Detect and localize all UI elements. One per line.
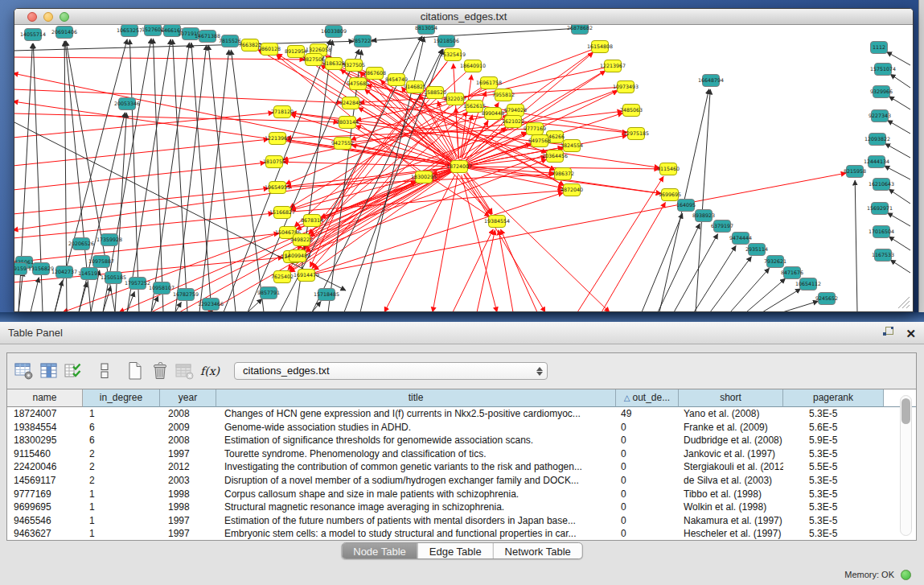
table-cell[interactable]: Jankovic et al. (1997) — [679, 447, 783, 461]
table-cell[interactable]: 1 — [83, 514, 160, 528]
table-cell[interactable]: 5.3E-5 — [783, 447, 884, 461]
table-cell[interactable]: Disruption of a novel member of a sodium… — [216, 474, 616, 488]
column-header-title[interactable]: title — [216, 389, 616, 407]
column-header-short[interactable]: short — [679, 389, 783, 407]
table-cell[interactable]: 5.3E-5 — [783, 488, 884, 501]
table-row[interactable]: 911546021997Tourette syndrome. Phenomeno… — [7, 447, 916, 461]
tab-node-table[interactable]: Node Table — [342, 543, 417, 558]
table-row[interactable]: 2242004622012Investigating the contribut… — [7, 460, 916, 474]
column-header-name[interactable]: name — [7, 389, 83, 407]
table-cell[interactable]: 2008 — [160, 434, 216, 447]
new-table-icon[interactable] — [125, 360, 146, 381]
network-canvas[interactable]: 1405571420691406106532571527602646616010… — [14, 25, 913, 311]
table-cell[interactable]: 1 — [83, 407, 160, 421]
table-cell[interactable]: 5.3E-5 — [783, 501, 884, 514]
table-row[interactable]: 977716911998Corpus callosum shape and si… — [7, 488, 916, 501]
table-cell[interactable]: 9115460 — [7, 447, 83, 461]
table-cell[interactable]: 5.3E-5 — [783, 527, 884, 540]
column-header-pagerank[interactable]: pagerank — [783, 389, 884, 407]
table-body[interactable]: 1872400712008Changes of HCN gene express… — [7, 407, 916, 540]
table-row[interactable]: 946554611997Estimation of the future num… — [7, 514, 916, 528]
tab-edge-table[interactable]: Edge Table — [417, 543, 493, 558]
table-cell[interactable]: 18724007 — [7, 407, 83, 421]
new-column-icon[interactable] — [14, 360, 35, 381]
table-row[interactable]: 1938455462009Genome-wide association stu… — [7, 421, 916, 435]
show-hide-column-icon[interactable] — [39, 360, 60, 381]
column-header-in_degree[interactable]: in_degree — [83, 389, 160, 407]
table-cell[interactable]: 0 — [616, 488, 679, 501]
table-cell[interactable]: 2008 — [160, 407, 216, 421]
close-panel-icon[interactable]: ✕ — [906, 328, 916, 340]
table-cell[interactable]: Stergiakouli et al. (2012) — [679, 460, 783, 474]
table-cell[interactable]: 9777169 — [7, 488, 83, 501]
table-cell[interactable]: 5.3E-5 — [783, 474, 884, 488]
table-cell[interactable]: 0 — [616, 527, 679, 540]
table-cell[interactable]: Tourette syndrome. Phenomenology and cla… — [216, 447, 616, 461]
table-cell[interactable]: 22420046 — [7, 460, 83, 474]
table-cell[interactable]: 0 — [616, 501, 679, 514]
table-row[interactable]: 1830029562008Estimation of significance … — [7, 434, 916, 447]
column-header-out_de[interactable]: △out_de... — [616, 389, 679, 407]
table-cell[interactable]: Franke et al. (2009) — [679, 421, 783, 435]
table-selector-dropdown[interactable]: citations_edges.txt — [234, 362, 548, 380]
table-cell[interactable]: 1997 — [160, 514, 216, 528]
table-cell[interactable]: 5.3E-5 — [783, 514, 884, 528]
table-cell[interactable]: Estimation of significance thresholds fo… — [216, 434, 616, 447]
table-cell[interactable]: 2 — [83, 460, 160, 474]
table-cell[interactable]: 0 — [616, 474, 679, 488]
table-cell[interactable]: 1 — [83, 501, 160, 514]
table-cell[interactable]: Structural magnetic resonance image aver… — [216, 501, 616, 514]
table-cell[interactable]: 18300295 — [7, 434, 83, 447]
table-cell[interactable]: 0 — [616, 434, 679, 447]
table-cell[interactable]: 1997 — [160, 527, 216, 540]
canvas-resize-handle[interactable] — [895, 294, 911, 310]
table-cell[interactable]: Corpus callosum shape and size in male p… — [216, 488, 616, 501]
table-row[interactable]: 969969511998Structural magnetic resonanc… — [7, 501, 916, 514]
table-cell[interactable]: 1 — [83, 488, 160, 501]
table-cell[interactable]: 2012 — [160, 460, 216, 474]
edit-table-values-icon[interactable] — [64, 360, 84, 381]
table-cell[interactable]: 2 — [83, 474, 160, 488]
tab-network-table[interactable]: Network Table — [493, 543, 582, 558]
column-header-year[interactable]: year — [160, 389, 216, 407]
table-cell[interactable]: 2 — [83, 447, 160, 461]
table-cell[interactable]: 14569117 — [7, 474, 83, 488]
table-cell[interactable]: 2009 — [160, 421, 216, 435]
table-row[interactable]: 1872400712008Changes of HCN gene express… — [7, 407, 916, 421]
table-cell[interactable]: Investigating the contribution of common… — [216, 460, 616, 474]
table-cell[interactable]: 1998 — [160, 501, 216, 514]
table-cell[interactable]: Hescheler et al. (1997) — [679, 527, 783, 540]
network-window-titlebar[interactable]: citations_edges.txt — [14, 9, 913, 25]
table-scrollbar[interactable] — [900, 395, 912, 536]
table-row[interactable]: 946362711997Embryonic stem cells: a mode… — [7, 527, 916, 540]
table-cell[interactable]: 6 — [83, 421, 160, 435]
table-cell[interactable]: Genome-wide association studies in ADHD. — [216, 421, 616, 435]
table-cell[interactable]: 5.3E-5 — [783, 407, 884, 421]
table-cell[interactable]: 6 — [83, 434, 160, 447]
table-cell[interactable]: 1998 — [160, 488, 216, 501]
table-cell[interactable]: Yano et al. (2008) — [679, 407, 783, 421]
table-cell[interactable]: Nakamura et al. (1997) — [679, 514, 783, 528]
row-height-icon[interactable] — [94, 360, 115, 381]
table-row[interactable]: 1456911722003Disruption of a novel membe… — [7, 474, 916, 488]
table-cell[interactable]: 0 — [616, 447, 679, 461]
float-panel-icon[interactable] — [882, 323, 894, 344]
delete-table-icon[interactable] — [150, 360, 170, 381]
table-cell[interactable]: 9465546 — [7, 514, 83, 528]
table-cell[interactable]: 5.6E-5 — [783, 421, 884, 435]
table-header-row[interactable]: namein_degreeyeartitle△out_de...shortpag… — [7, 389, 916, 407]
table-cell[interactable]: 0 — [616, 514, 679, 528]
table-cell[interactable]: 19384554 — [7, 421, 83, 435]
table-scrollbar-thumb[interactable] — [901, 398, 910, 424]
function-builder-icon[interactable]: f(x) — [199, 360, 220, 381]
table-cell[interactable]: 0 — [616, 460, 679, 474]
table-cell[interactable]: 1997 — [160, 447, 216, 461]
table-cell[interactable]: Embryonic stem cells: a model to study s… — [216, 527, 616, 540]
table-cell[interactable]: 1 — [83, 527, 160, 540]
table-cell[interactable]: Estimation of the future numbers of pati… — [216, 514, 616, 528]
table-cell[interactable]: 9463627 — [7, 527, 83, 540]
table-cell[interactable]: 5.5E-5 — [783, 460, 884, 474]
table-cell[interactable]: Tibbo et al. (1998) — [679, 488, 783, 501]
table-cell[interactable]: 5.9E-5 — [783, 434, 884, 447]
table-cell[interactable]: Changes of HCN gene expression and I(f) … — [216, 407, 616, 421]
